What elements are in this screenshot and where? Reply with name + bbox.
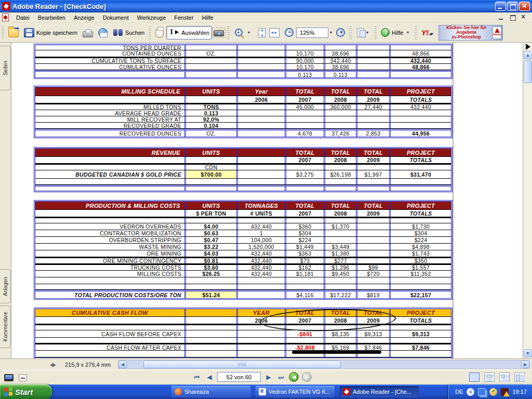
production-costs-table-cell: ORE MINING [35, 250, 184, 257]
hand-tool-button[interactable] [153, 26, 166, 39]
zoom-dropdown-arrow[interactable]: ▾ [328, 30, 334, 35]
tray-expand-icon[interactable]: < [467, 388, 474, 396]
production-costs-table-cell: $1,730 [389, 223, 451, 230]
snapshot-button[interactable] [212, 28, 225, 38]
toolbar-grip[interactable] [227, 26, 230, 39]
previous-view-button[interactable]: ◀ [289, 372, 299, 382]
taskbar-item-adobe-reader[interactable]: Adobe Reader - [Che... [340, 386, 419, 397]
warning-tray-icon[interactable] [501, 388, 509, 396]
continuous-facing-layout-button[interactable] [514, 373, 525, 382]
milling-schedule-table-cell: RECOVERED GRADE [35, 123, 184, 128]
production-costs-table-cell: 1,520,000 [236, 244, 285, 250]
continuous-layout-button[interactable] [484, 373, 495, 382]
language-indicator[interactable]: DE [455, 389, 463, 395]
zoom-level-input[interactable]: 125% [296, 28, 328, 38]
toolbar-overflow-arrow-icon[interactable] [526, 44, 530, 50]
save-copy-button[interactable]: Kopie speichern [21, 26, 80, 39]
menu-dokument[interactable]: Dokument [99, 14, 133, 22]
yahoo-search-button[interactable]: Y! [419, 26, 435, 39]
fit-width-button[interactable] [267, 26, 282, 39]
network-tray-icon[interactable] [478, 388, 486, 396]
open-button[interactable] [6, 26, 21, 39]
adobe-reader-window: Adobe Reader - [CheckCode] Datei Bearbei… [0, 0, 532, 399]
doc-minimize-button[interactable] [498, 14, 505, 21]
toolbar-grip[interactable] [374, 26, 377, 39]
resize-window-icon[interactable] [19, 374, 27, 381]
menu-werkzeuge[interactable]: Werkzeuge [133, 14, 170, 22]
tab-seiten[interactable]: Seiten [0, 46, 11, 90]
production-costs-table-cell [389, 277, 451, 284]
doc-close-button[interactable] [521, 14, 528, 21]
production-costs-table-cell: $4,116 [285, 291, 324, 298]
hand-tool-icon [155, 28, 164, 37]
facing-layout-button[interactable] [499, 373, 510, 382]
scroll-left-button[interactable]: ◀ [118, 361, 127, 368]
menu-bearbeiten[interactable]: Bearbeiten [34, 14, 70, 22]
chevron-down-icon: ▾ [246, 30, 251, 35]
zoom-magnifier-icon: + [234, 28, 244, 37]
production-costs-table-cell: TOTAL [285, 202, 324, 209]
zoom-tool-button[interactable]: + ▾ [231, 26, 254, 39]
next-view-button[interactable]: ▶ [302, 372, 312, 382]
production-costs-table-cell: $1,181 [285, 271, 324, 277]
production-costs-table-cell: $1,370 [324, 223, 356, 230]
select-tool-button[interactable]: Auswählen [166, 26, 212, 39]
scroll-down-button[interactable]: ▼ [524, 349, 532, 357]
search-button[interactable]: Suchen [110, 26, 147, 39]
menu-datei[interactable]: Datei [12, 14, 34, 22]
milling-schedule-table-cell [356, 116, 389, 122]
toolbar-grip[interactable] [149, 26, 151, 39]
scroll-right-button[interactable]: ▶ [521, 361, 529, 368]
restore-button[interactable] [507, 2, 518, 11]
milling-schedule-table-cell: TOTAL [285, 87, 324, 96]
email-button[interactable] [96, 26, 110, 39]
quarter-summary-table-cell [236, 58, 285, 63]
production-costs-table-cell: TOTAL PRODUCTION COSTS/ORE TON [35, 291, 184, 298]
page-display-button[interactable]: ▾ [353, 26, 373, 39]
cumulative-cashflow-table-cell [236, 338, 285, 343]
toolbar-grip[interactable] [2, 26, 4, 39]
minimize-button[interactable] [495, 2, 506, 11]
zoom-in-button[interactable] [334, 26, 348, 39]
photoshop-ad-banner[interactable]: Klicken Sie hier für Angebote zu Photosh… [438, 25, 503, 41]
quarter-summary-table-cell: 0.113 [324, 72, 356, 77]
help-button[interactable]: Hilfe ▾ [378, 26, 413, 39]
fullscreen-icon[interactable] [4, 374, 14, 381]
doc-restore-button[interactable] [509, 14, 516, 21]
revenue-table-cell [236, 179, 285, 184]
menu-hilfe[interactable]: Hilfe [198, 14, 218, 22]
quarter-summary-table-cell [324, 45, 356, 50]
taskbar-item-vedron[interactable]: Vedron FAKTEN VG K... [256, 386, 335, 397]
taskbar: Start Shareaza Vedron FAKTEN VG K... Ado… [0, 384, 532, 399]
toolbar-grip[interactable] [415, 26, 417, 39]
production-costs-table-cell: TONNAGES [236, 202, 285, 209]
horizontal-scrollbar[interactable]: ◀ ▶ [118, 360, 530, 369]
revenue-table-cell: 2008 [324, 157, 356, 163]
print-button[interactable] [80, 28, 96, 38]
single-page-layout-button[interactable] [469, 373, 480, 382]
previous-page-button[interactable]: ◀ [205, 373, 214, 382]
horizontal-scroll-thumb[interactable] [143, 361, 341, 368]
pane-splitter-icon[interactable]: ◂▮▸ [50, 362, 56, 367]
scroll-up-button[interactable]: ▲ [524, 51, 532, 59]
first-page-button[interactable]: ⏮ [192, 373, 202, 382]
tab-kommentare[interactable]: Kommentare [0, 305, 11, 348]
vertical-scroll-thumb[interactable] [524, 60, 532, 83]
tab-anlagen[interactable]: Anlagen [0, 269, 11, 303]
next-page-button[interactable]: ▶ [264, 373, 273, 382]
start-button[interactable]: Start [0, 384, 52, 399]
quarter-summary-table-cell: TONS PER QUARTER [35, 45, 184, 50]
toolbar-grip[interactable] [349, 26, 352, 39]
taskbar-item-shareaza[interactable]: Shareaza [171, 386, 250, 397]
close-button[interactable] [519, 2, 530, 11]
menu-anzeige[interactable]: Anzeige [70, 14, 99, 22]
page-number-input[interactable]: 52 von 60 [217, 372, 261, 382]
zoom-out-button[interactable] [282, 26, 296, 39]
fit-page-button[interactable] [254, 26, 267, 39]
vertical-scrollbar[interactable]: ▲ ▼ [523, 43, 532, 358]
menu-fenster[interactable]: Fenster [170, 14, 197, 22]
revenue-table-cell: $3,275 [285, 170, 324, 178]
certificate-tray-icon[interactable] [489, 388, 497, 396]
last-page-button[interactable]: ⏭ [276, 373, 286, 382]
milling-schedule-table-cell: 44,956 [389, 130, 451, 137]
